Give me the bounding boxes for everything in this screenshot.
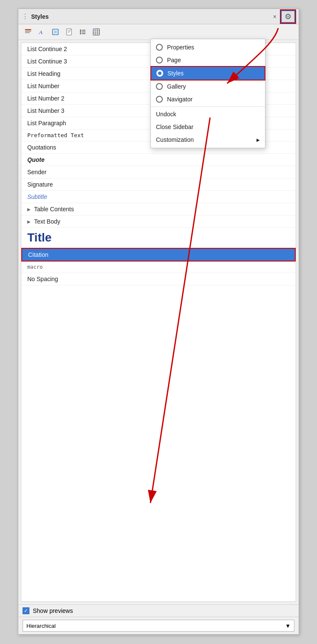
gear-button[interactable]: ⚙ — [281, 10, 295, 23]
svg-point-13 — [80, 31, 81, 32]
svg-rect-2 — [25, 32, 30, 33]
menu-item-close-sidebar[interactable]: Close Sidebar — [151, 121, 265, 133]
list-styles-button[interactable] — [76, 26, 89, 38]
list-item[interactable]: macro — [21, 262, 296, 273]
radio-navigator — [156, 96, 163, 103]
radio-gallery — [156, 83, 163, 90]
menu-item-label: Page — [167, 57, 260, 63]
menu-item-label: Close Sidebar — [156, 124, 260, 130]
header-right: × ⚙ — [271, 10, 295, 23]
svg-rect-1 — [25, 31, 32, 32]
svg-point-15 — [80, 33, 81, 34]
dropdown-arrow-icon: ▼ — [285, 623, 291, 629]
header-left: ⋮ Styles — [22, 12, 49, 20]
menu-item-properties[interactable]: Properties — [151, 41, 265, 54]
dropdown-label: Hierarchical — [26, 623, 56, 629]
frame-styles-button[interactable] — [49, 26, 62, 38]
menu-item-label: Styles — [167, 70, 259, 77]
menu-item-gallery[interactable]: Gallery — [151, 80, 265, 93]
list-item[interactable]: Signature — [21, 178, 296, 191]
menu-item-label: Customization — [156, 136, 252, 143]
table-styles-button[interactable] — [90, 26, 103, 38]
panel-header: ⋮ Styles × ⚙ — [18, 9, 299, 24]
show-previews-label: Show previews — [33, 607, 73, 614]
list-item[interactable]: Title — [21, 228, 296, 248]
dropdown-row: Hierarchical ▼ — [18, 617, 299, 634]
collapse-arrow-icon: ▶ — [27, 219, 31, 224]
page-styles-button[interactable] — [63, 26, 75, 38]
list-item[interactable]: Sender — [21, 166, 296, 178]
close-button[interactable]: × — [271, 12, 279, 21]
svg-point-11 — [80, 29, 81, 31]
citation-item[interactable]: Citation — [21, 248, 296, 262]
collapse-arrow-icon: ▶ — [27, 207, 31, 212]
menu-item-styles[interactable]: Styles — [150, 66, 265, 80]
drag-handle[interactable]: ⋮ — [22, 12, 29, 20]
menu-item-customization[interactable]: Customization ▶ — [151, 133, 265, 146]
radio-styles — [156, 70, 163, 77]
style-category-dropdown[interactable]: Hierarchical ▼ — [23, 620, 294, 632]
list-item[interactable]: Quote — [21, 154, 296, 166]
menu-divider — [151, 106, 265, 107]
svg-rect-22 — [93, 29, 95, 31]
toolbar: A — [18, 24, 299, 40]
list-item[interactable]: Subtitle — [21, 191, 296, 203]
list-item[interactable]: No Spacing — [21, 273, 296, 285]
bottom-bar: ✓ Show previews — [18, 604, 299, 617]
panel-title: Styles — [31, 13, 49, 20]
menu-item-label: Navigator — [167, 96, 260, 103]
styles-panel: ⋮ Styles × ⚙ A Li — [18, 9, 299, 635]
menu-item-navigator[interactable]: Navigator — [151, 93, 265, 106]
show-previews-checkbox[interactable]: ✓ — [23, 607, 29, 614]
paragraph-styles-button[interactable] — [22, 26, 35, 38]
menu-item-page[interactable]: Page — [151, 54, 265, 66]
submenu-arrow-icon: ▶ — [256, 138, 260, 142]
dropdown-menu: Properties Page Styles Gallery Navigator… — [150, 39, 265, 148]
radio-page — [156, 57, 163, 63]
svg-rect-0 — [25, 29, 32, 30]
menu-item-label: Gallery — [167, 83, 260, 90]
svg-text:A: A — [38, 29, 43, 35]
character-styles-button[interactable]: A — [35, 26, 48, 38]
radio-properties — [156, 44, 163, 51]
list-item[interactable]: ▶ Table Contents — [21, 203, 296, 216]
gear-area: ⚙ — [281, 10, 295, 23]
menu-item-label: Properties — [167, 44, 260, 51]
svg-rect-5 — [54, 31, 57, 34]
list-item[interactable]: ▶ Text Body — [21, 216, 296, 228]
menu-item-undock[interactable]: Undock — [151, 108, 265, 121]
menu-item-label: Undock — [156, 111, 260, 118]
